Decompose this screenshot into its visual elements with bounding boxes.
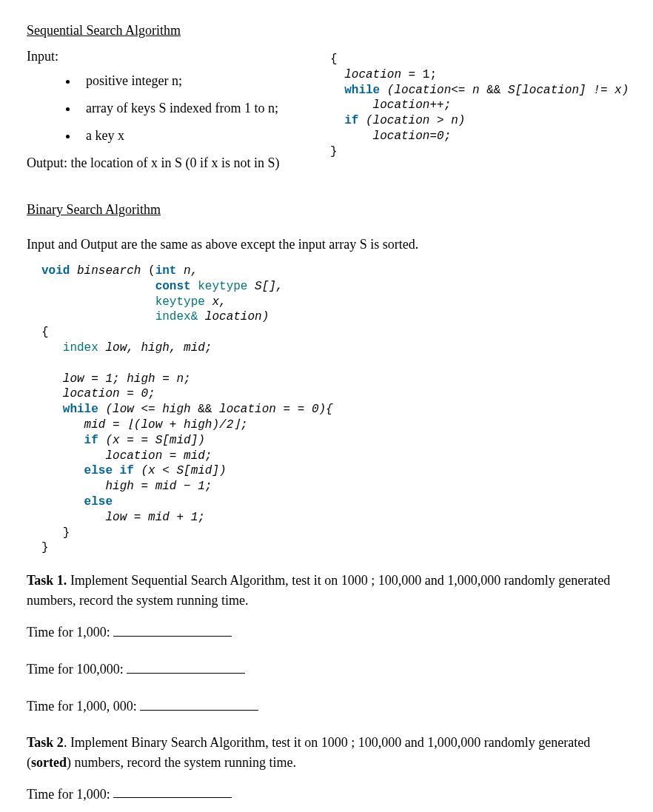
binary-search-section: Binary Search Algorithm Input and Output… — [27, 200, 626, 556]
bs-keytype2: keytype — [155, 295, 205, 309]
task2-sorted: sorted — [31, 755, 67, 770]
bs-void: void — [41, 264, 70, 278]
sequential-search-code: { location = 1; while (location<= n && S… — [330, 21, 629, 160]
binary-search-code: void binsearch (int n, const keytype S[]… — [41, 264, 626, 556]
task1-time2-label: Time for 100,000: — [27, 662, 124, 677]
bs-decl-vars: low, high, mid; — [98, 341, 212, 355]
task2-desc: Task 2. Implement Binary Search Algorith… — [27, 733, 626, 773]
bs-int: int — [155, 264, 177, 278]
task1-text: Implement Sequential Search Algorithm, t… — [27, 573, 610, 608]
bs-if: if — [84, 434, 98, 447]
bs-while-cond: (low <= high — [98, 403, 198, 416]
bs-elseif-body: high = mid − 1; — [105, 480, 212, 493]
bs-open: ( — [148, 264, 155, 278]
code-if-cond: (location > n) — [358, 114, 465, 127]
task1-label: Task 1. — [27, 573, 67, 588]
bs-if-body: location = mid; — [105, 449, 212, 463]
task2-time1-label: Time for 1,000: — [27, 786, 110, 801]
binary-search-title: Binary Search Algorithm — [27, 200, 626, 220]
task1-time1-blank[interactable] — [113, 622, 232, 637]
bs-while-rest: location = = 0){ — [212, 403, 332, 416]
task2-time1-blank[interactable] — [113, 784, 232, 799]
task1-desc: Task 1. Implement Sequential Search Algo… — [27, 571, 626, 611]
input-item-n: positive integer n; — [78, 71, 323, 91]
sequential-search-left: Sequential Search Algorithm Input: posit… — [27, 21, 323, 173]
code-while-and: && — [486, 84, 500, 97]
bs-if-cond: (x = = S[mid]) — [98, 434, 205, 447]
bs-elseif-cond: (x < S[mid]) — [134, 464, 227, 477]
bs-while: while — [63, 403, 98, 416]
bs-else-body: low = mid + 1; — [105, 511, 204, 524]
bs-x: x, — [205, 295, 227, 309]
bs-lbrace: { — [41, 326, 49, 339]
task1-time2: Time for 100,000: — [27, 659, 626, 680]
task1-time1: Time for 1,000: — [27, 622, 626, 642]
code-while-cond1: (location<= n — [380, 84, 486, 97]
bs-const: const — [155, 280, 191, 293]
code-while-cond2: S[location] != x) — [500, 84, 629, 97]
code-if-kw: if — [344, 114, 358, 127]
task1-time3-label: Time for 1,000, 000: — [27, 699, 137, 714]
task1-time3: Time for 1,000, 000: — [27, 696, 626, 717]
task2-text2: ) numbers, record the system running tim… — [67, 755, 296, 770]
input-list: positive integer n; array of keys S inde… — [78, 71, 323, 146]
task2-label: Task 2 — [27, 735, 64, 750]
bs-rbrace1: } — [63, 526, 70, 540]
bs-else: else — [84, 495, 113, 509]
sequential-search-title: Sequential Search Algorithm — [27, 21, 323, 41]
bs-decl-index: index — [63, 341, 98, 355]
bs-indexref: index& — [155, 310, 198, 323]
bs-name: binsearch — [70, 264, 148, 278]
binary-search-desc: Input and Output are the same as above e… — [27, 235, 626, 255]
bs-loc0: location = 0; — [63, 387, 155, 400]
bs-mid: mid = ⌊(low + high)/2⌋; — [84, 418, 248, 432]
code-loc: location — [344, 68, 401, 81]
bs-loc: location) — [198, 310, 269, 323]
output-line: Output: the location of x in S (0 if x i… — [27, 153, 323, 173]
task1-time1-label: Time for 1,000: — [27, 625, 110, 640]
bs-elseif: else if — [84, 464, 134, 477]
task1-time2-blank[interactable] — [127, 659, 245, 674]
input-item-x: a key x — [78, 126, 323, 146]
input-item-s: array of keys S indexed from 1 to n; — [78, 98, 323, 118]
code-loc-eq: = 1; — [401, 68, 437, 81]
code-lbrace: { — [330, 53, 338, 66]
bs-init: low = 1; high = n; — [63, 372, 191, 386]
sequential-search-section: Sequential Search Algorithm Input: posit… — [27, 21, 626, 173]
input-label: Input: — [27, 47, 323, 67]
bs-while-and: && — [198, 403, 212, 416]
bs-n: n, — [176, 264, 198, 278]
bs-keytype1: keytype — [191, 280, 248, 293]
task2-time1: Time for 1,000: — [27, 784, 626, 805]
code-locpp: location++; — [373, 98, 452, 112]
code-rbrace: } — [330, 145, 338, 158]
code-while-kw: while — [344, 84, 380, 97]
bs-rbrace2: } — [41, 541, 49, 554]
code-loc0: location=0; — [373, 130, 452, 143]
bs-s: S[], — [247, 280, 283, 293]
task1-time3-blank[interactable] — [140, 696, 258, 711]
